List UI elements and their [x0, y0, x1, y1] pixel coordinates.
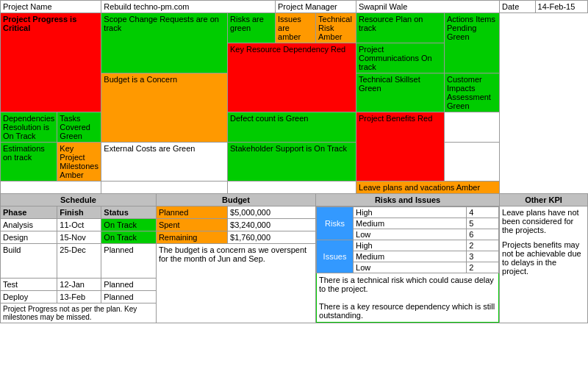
- cell-key-resource: Key Resource Dependency Red: [228, 43, 356, 112]
- issues-high-count: 2: [467, 240, 499, 251]
- project-manager-label: Project Manager: [276, 1, 356, 13]
- risks-header: Risks and Issues: [316, 194, 500, 206]
- risks-low-count: 6: [467, 229, 499, 240]
- budget-remaining-label: Remaining: [156, 231, 227, 244]
- cell-budget-concern: Budget is a Concern: [101, 73, 228, 143]
- schedule-note: Project Progress not as per the plan. Ke…: [1, 303, 157, 323]
- cell-empty4: [101, 182, 228, 194]
- design-status: On Track: [101, 231, 157, 244]
- budget-planned-label: Planned: [156, 206, 227, 219]
- deploy-phase: Deploy: [1, 291, 57, 303]
- risks-low-level: Low: [354, 229, 467, 240]
- risks-note1: There is a technical risk which could ca…: [319, 276, 494, 293]
- cell-issues-amber: Issues are amber: [276, 13, 316, 43]
- cell-technical-risk: Technical Risk Amber: [316, 13, 356, 43]
- test-status: Planned: [101, 279, 157, 291]
- cell-project-comms: Project Communications On track: [356, 43, 445, 73]
- build-finish: 25-Dec: [57, 244, 101, 279]
- cell-tech-skillset: Technical Skillset Green: [356, 73, 445, 112]
- analysis-finish: 11-Oct: [57, 219, 101, 231]
- grid-row-1: Project Progress is Critical Scope Chang…: [1, 13, 588, 43]
- issues-high-level: High: [354, 240, 467, 251]
- other-kpi-note2: Projects benefits may not be achievable …: [502, 240, 585, 276]
- risks-label: Risks: [317, 207, 354, 240]
- project-name-value: Rebuild techno-pm.com: [101, 1, 276, 13]
- cell-key-milestones: Key Project Milestones Amber: [57, 143, 101, 182]
- issues-row-header: Issues High 2: [317, 240, 499, 251]
- schedule-header: Schedule: [1, 194, 157, 206]
- project-name-label: Project Name: [1, 1, 101, 13]
- build-status: Planned: [101, 244, 157, 279]
- date-label: Date: [500, 1, 536, 13]
- issues-medium-level: Medium: [354, 251, 467, 262]
- other-kpi-content: Leave plans have not been considered for…: [500, 206, 588, 323]
- budget-planned-value: $5,000,000: [228, 206, 316, 219]
- cell-empty3: [1, 182, 101, 194]
- cell-project-benefits: Project Benefits Red: [356, 112, 445, 182]
- cell-external-costs: External Costs are Green: [101, 143, 228, 182]
- budget-spent-value: $3,240,000: [228, 219, 316, 231]
- build-phase: Build: [1, 244, 57, 279]
- data-row-1: Phase Finish Status Planned $5,000,000 R…: [1, 206, 588, 219]
- issues-low-count: 2: [467, 262, 499, 273]
- section-headers-row: Schedule Budget Risks and Issues Other K…: [1, 194, 588, 206]
- risks-medium-level: Medium: [354, 218, 467, 229]
- date-value: 14-Feb-15: [535, 1, 587, 13]
- deploy-finish: 13-Feb: [57, 291, 101, 303]
- budget-header: Budget: [156, 194, 315, 206]
- cell-resource-plan: Resource Plan on track: [356, 13, 445, 43]
- test-phase: Test: [1, 279, 57, 291]
- cell-project-progress: Project Progress is Critical: [1, 13, 101, 112]
- header-row: Project Name Rebuild techno-pm.com Proje…: [1, 1, 588, 13]
- cell-leave-plans: Leave plans and vacations Amber: [356, 182, 500, 194]
- grid-row-5: Estimations on track Key Project Milesto…: [1, 143, 588, 182]
- cell-customer-impacts: Customer Impacts Assessment Green: [445, 73, 500, 112]
- main-table: Project Name Rebuild techno-pm.com Proje…: [0, 0, 588, 323]
- test-finish: 12-Jan: [57, 279, 101, 291]
- budget-note: The budget is a concern as we overspent …: [156, 244, 315, 323]
- cell-scope-change: Scope Change Requests are on track: [101, 13, 228, 73]
- deploy-status: Planned: [101, 291, 157, 303]
- issues-low-level: Low: [354, 262, 467, 273]
- risks-issues-container: Risks High 4 Medium 5 Low 6 Issues High …: [316, 206, 500, 323]
- grid-row-4: Dependencies Resolution is On Track Task…: [1, 112, 588, 143]
- cell-tasks-covered: Tasks Covered Green: [57, 112, 101, 143]
- risks-notes: There is a technical risk which could ca…: [317, 273, 499, 323]
- project-manager-value: Swapnil Wale: [356, 1, 500, 13]
- cell-actions: Actions Items Pending Green: [445, 13, 500, 73]
- other-kpi-note1: Leave plans have not been considered for…: [502, 208, 585, 234]
- risks-row-header: Risks High 4: [317, 207, 499, 218]
- cell-stakeholder: Stakeholder Support is On Track: [228, 143, 356, 182]
- schedule-col-finish: Finish: [57, 206, 101, 219]
- cell-defect-count: Defect count is Green: [228, 112, 356, 143]
- risks-medium-count: 5: [467, 218, 499, 229]
- risks-high-count: 4: [467, 207, 499, 218]
- design-finish: 15-Nov: [57, 231, 101, 244]
- analysis-phase: Analysis: [1, 219, 57, 231]
- cell-empty1: [445, 112, 500, 143]
- budget-spent-label: Spent: [156, 219, 227, 231]
- risks-notes-row: There is a technical risk which could ca…: [317, 273, 499, 323]
- grid-row-6: Leave plans and vacations Amber: [1, 182, 588, 194]
- risks-high-level: High: [354, 207, 467, 218]
- risks-note2: There is a key resource dependency which…: [319, 302, 495, 320]
- other-kpi-header: Other KPI: [500, 194, 588, 206]
- cell-empty5: [228, 182, 356, 194]
- design-phase: Design: [1, 231, 57, 244]
- schedule-col-status: Status: [101, 206, 157, 219]
- budget-remaining-value: $1,760,000: [228, 231, 316, 244]
- cell-risks-green: Risks are green: [228, 13, 276, 43]
- issues-medium-count: 3: [467, 251, 499, 262]
- risks-issues-table: Risks High 4 Medium 5 Low 6 Issues High …: [316, 206, 499, 323]
- schedule-col-phase: Phase: [1, 206, 57, 219]
- issues-label: Issues: [317, 240, 354, 273]
- cell-dependencies: Dependencies Resolution is On Track: [1, 112, 57, 143]
- cell-empty2: [445, 143, 500, 182]
- cell-estimations: Estimations on track: [1, 143, 57, 182]
- analysis-status: On Track: [101, 219, 157, 231]
